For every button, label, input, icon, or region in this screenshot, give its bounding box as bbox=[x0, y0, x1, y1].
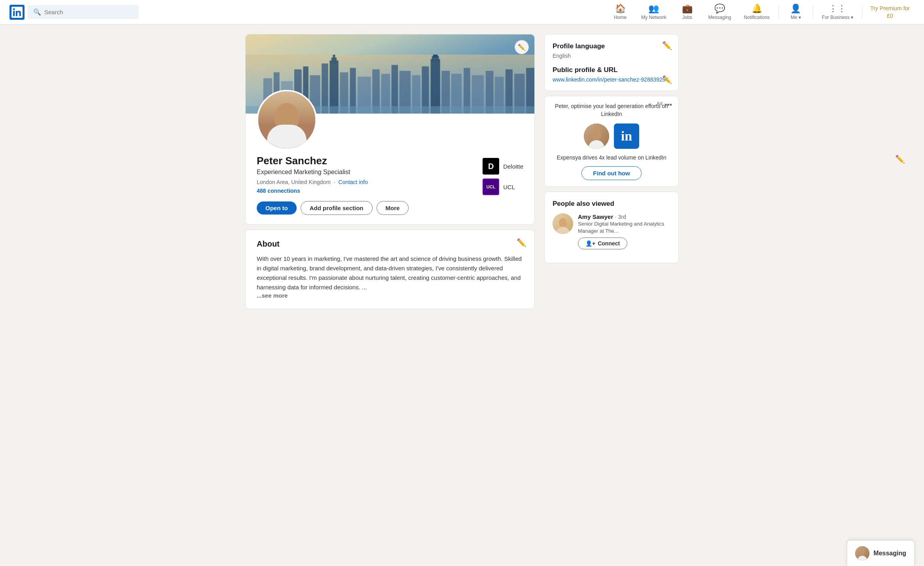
search-input[interactable] bbox=[44, 9, 133, 15]
profile-language-card: Profile language ✏️ English Public profi… bbox=[544, 34, 679, 91]
nav-messaging[interactable]: 💬 Messaging bbox=[702, 1, 737, 23]
connect-icon: 👤+ bbox=[585, 240, 595, 247]
navbar: 🔍 🏠 Home 👥 My Network 💼 Jobs 💬 Messaging… bbox=[0, 0, 924, 25]
more-button[interactable]: More bbox=[377, 201, 409, 215]
profile-headline: Experienced Marketing Specialist bbox=[257, 169, 483, 176]
nav-separator-3 bbox=[862, 6, 862, 19]
messaging-label: Messaging bbox=[873, 550, 906, 557]
messaging-icon: 💬 bbox=[714, 4, 725, 13]
home-label: Home bbox=[614, 15, 627, 20]
network-label: My Network bbox=[641, 15, 666, 20]
people-also-viewed-title: People also viewed bbox=[553, 200, 670, 208]
see-more-link[interactable]: ...see more bbox=[257, 292, 288, 299]
jobs-label: Jobs bbox=[682, 15, 692, 20]
ucl-logo: UCL bbox=[483, 179, 499, 195]
ad-card: Ad ••• Peter, optimise your lead generat… bbox=[544, 96, 679, 187]
public-profile-edit-button[interactable]: ✏️ bbox=[662, 75, 672, 84]
profile-language-edit-button[interactable]: ✏️ bbox=[662, 41, 672, 50]
contact-info-link[interactable]: Contact info bbox=[338, 179, 368, 185]
nav-notifications[interactable]: 🔔 Notifications bbox=[738, 1, 775, 23]
nav-premium[interactable]: Try Premium for £0 bbox=[865, 5, 915, 19]
avatar-body bbox=[267, 125, 307, 148]
grid-icon: ⋮⋮ bbox=[829, 4, 846, 13]
about-card: About ✏️ With over 10 years in marketing… bbox=[245, 230, 535, 309]
svg-rect-7 bbox=[322, 63, 328, 114]
connections-count[interactable]: 488 connections bbox=[257, 188, 483, 194]
linkedin-logo[interactable] bbox=[9, 5, 25, 20]
deloitte-logo: D bbox=[483, 158, 499, 175]
messaging-bubble[interactable]: Messaging bbox=[847, 540, 915, 566]
me-icon: 👤 bbox=[790, 4, 801, 13]
home-icon: 🏠 bbox=[615, 4, 626, 13]
premium-line2: £0 bbox=[887, 13, 893, 19]
ad-menu-dots[interactable]: ••• bbox=[665, 101, 672, 109]
nav-home[interactable]: 🏠 Home bbox=[606, 1, 634, 23]
ad-tagline: Expensya drives 4x lead volume on Linked… bbox=[553, 154, 670, 161]
open-to-button[interactable]: Open to bbox=[257, 201, 297, 215]
person-avatar bbox=[553, 213, 573, 234]
nav-separator bbox=[778, 6, 779, 19]
person-info: Amy Sawyer · 3rd Senior Digital Marketin… bbox=[578, 213, 670, 249]
profile-companies: D Deloitte UCL UCL bbox=[483, 158, 523, 195]
profile-actions: Open to Add profile section More bbox=[257, 201, 483, 215]
svg-rect-8 bbox=[329, 61, 338, 114]
public-profile-title: Public profile & URL bbox=[553, 66, 670, 74]
svg-rect-20 bbox=[431, 59, 440, 114]
right-column: Profile language ✏️ English Public profi… bbox=[544, 34, 679, 263]
profile-details: ✏️ Peter Sanchez Experienced Marketing S… bbox=[257, 155, 483, 215]
left-column: ✏️ ✏️ Peter Sanch bbox=[245, 34, 535, 309]
profile-location: London Area, United Kingdom · Contact in… bbox=[257, 179, 483, 185]
messaging-avatar bbox=[855, 546, 869, 560]
svg-rect-10 bbox=[333, 55, 335, 59]
person-title: Senior Digital Marketing and Analytics M… bbox=[578, 220, 670, 235]
ad-text: Peter, optimise your lead generation eff… bbox=[553, 103, 670, 118]
profile-info-section: ✏️ Peter Sanchez Experienced Marketing S… bbox=[246, 150, 534, 224]
cover-edit-button[interactable]: ✏️ bbox=[515, 40, 529, 54]
profile-card: ✏️ ✏️ Peter Sanch bbox=[245, 34, 535, 225]
company-deloitte[interactable]: D Deloitte bbox=[483, 158, 523, 175]
profile-avatar bbox=[257, 90, 317, 150]
profile-avatar-wrapper bbox=[257, 90, 317, 150]
notifications-icon: 🔔 bbox=[752, 4, 762, 13]
add-profile-section-button[interactable]: Add profile section bbox=[301, 201, 373, 215]
profile-name: Peter Sanchez bbox=[257, 155, 483, 167]
ucl-name: UCL bbox=[503, 184, 515, 190]
person-name: Amy Sawyer · 3rd bbox=[578, 213, 670, 220]
messaging-label: Messaging bbox=[708, 15, 731, 20]
nav-network[interactable]: 👥 My Network bbox=[636, 1, 672, 23]
ad-linkedin-logo: in bbox=[614, 123, 639, 149]
profile-language-title: Profile language bbox=[553, 42, 670, 50]
company-ucl[interactable]: UCL UCL bbox=[483, 179, 523, 195]
for-business-label: For Business ▾ bbox=[822, 15, 853, 20]
find-out-how-button[interactable]: Find out how bbox=[581, 166, 641, 180]
nav-jobs[interactable]: 💼 Jobs bbox=[673, 1, 701, 23]
avatar-face bbox=[258, 91, 315, 148]
deloitte-name: Deloitte bbox=[503, 163, 523, 170]
people-also-viewed-card: People also viewed Amy Sawyer · 3rd Seni… bbox=[544, 192, 679, 263]
ad-user-avatar bbox=[584, 123, 609, 149]
about-title: About bbox=[257, 239, 523, 249]
svg-rect-22 bbox=[433, 55, 438, 57]
about-edit-button[interactable]: ✏️ bbox=[517, 238, 526, 247]
about-text: With over 10 years in marketing, I've ma… bbox=[257, 254, 523, 292]
jobs-icon: 💼 bbox=[682, 4, 693, 13]
search-box[interactable]: 🔍 bbox=[28, 5, 138, 19]
nav-menu: 🏠 Home 👥 My Network 💼 Jobs 💬 Messaging 🔔… bbox=[606, 1, 915, 23]
profile-language-value: English bbox=[553, 53, 670, 59]
connect-button[interactable]: 👤+ Connect bbox=[578, 237, 627, 249]
search-icon: 🔍 bbox=[33, 8, 41, 16]
me-label: Me ▾ bbox=[791, 15, 801, 20]
premium-line1: Try Premium for bbox=[870, 5, 910, 11]
notifications-label: Notifications bbox=[744, 15, 769, 20]
nav-separator-2 bbox=[813, 6, 813, 19]
network-icon: 👥 bbox=[648, 4, 659, 13]
pencil-icon: ✏️ bbox=[518, 44, 526, 51]
main-container: ✏️ ✏️ Peter Sanch bbox=[239, 34, 685, 309]
person-item: Amy Sawyer · 3rd Senior Digital Marketin… bbox=[553, 213, 670, 249]
public-profile-url[interactable]: www.linkedin.com/in/peter-sanchez-928839… bbox=[553, 76, 670, 83]
ad-logos: in bbox=[553, 123, 670, 149]
nav-me[interactable]: 👤 Me ▾ bbox=[782, 1, 810, 23]
ad-label: Ad bbox=[657, 101, 663, 106]
nav-for-business[interactable]: ⋮⋮ For Business ▾ bbox=[816, 1, 859, 23]
